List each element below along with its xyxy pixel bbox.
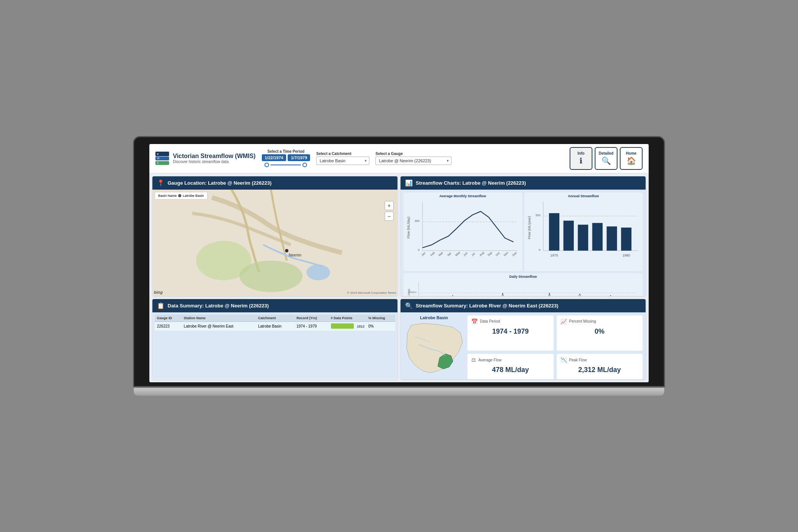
svg-point-10: [285, 249, 288, 252]
nav-info-button[interactable]: Info ℹ: [570, 147, 592, 170]
nav-detailed-button[interactable]: Detailed 🔍: [595, 147, 618, 170]
svg-text:400: 400: [415, 219, 420, 222]
start-date[interactable]: 1/22/1974: [262, 154, 287, 161]
slider-right-handle[interactable]: [302, 163, 307, 167]
percent-missing-value: 0%: [560, 328, 639, 336]
peak-flow-value: 2,312 ML/day: [560, 366, 639, 374]
summary-panel-title: Data Summary: Latrobe @ Neerim (226223): [168, 303, 269, 309]
stream-summary-panel-header: 🔍 Streamflow Summary: Latrobe River @ Ne…: [401, 299, 646, 312]
svg-text:Aug: Aug: [479, 251, 485, 257]
stream-summary-icon: 🔍: [405, 302, 413, 309]
bing-logo: bing: [154, 290, 163, 294]
data-period-value: 1974 - 1979: [471, 328, 550, 336]
svg-text:Flow (ML/year): Flow (ML/year): [527, 216, 531, 239]
daily-chart-svg: Flow (ML/day) 2000.0 0.0 1975 1976: [405, 279, 641, 296]
basin-name-label: Basin Name: [158, 194, 177, 198]
col-pct-missing: % Missing: [366, 315, 395, 322]
stats-grid: 📅 Data Period 1974 - 1979 📈 Percent Miss…: [467, 315, 643, 379]
map-legend: Basin Name Latrobe Basin: [155, 192, 207, 200]
charts-top-row: Average Monthly Streamflow Flow (ML/day): [404, 193, 643, 271]
svg-text:Apr: Apr: [446, 251, 452, 257]
search-icon: 🔍: [602, 156, 611, 165]
col-gauge-id: Gauge ID: [155, 315, 182, 322]
svg-text:May: May: [454, 250, 461, 257]
summary-header-icon: 📋: [157, 302, 165, 309]
map-container[interactable]: Basin Name Latrobe Basin: [152, 190, 397, 296]
slider-track: [271, 165, 301, 165]
svg-text:Mar: Mar: [438, 251, 444, 257]
svg-text:Jul: Jul: [471, 252, 476, 256]
data-period-label: Data Period: [480, 319, 500, 323]
terms-link[interactable]: Terms: [388, 291, 396, 294]
map-controls: + −: [385, 201, 394, 221]
end-date[interactable]: 1/7/1979: [288, 154, 310, 161]
svg-text:0: 0: [538, 248, 540, 251]
zoom-in-button[interactable]: +: [385, 201, 394, 210]
col-record: Record (Yrs): [294, 315, 328, 322]
svg-rect-35: [563, 220, 573, 250]
data-summary-panel: 📋 Data Summary: Latrobe @ Neerim (226223…: [152, 299, 397, 379]
map-panel: 📍 Gauge Location: Latrobe @ Neerim (2262…: [152, 176, 397, 296]
percent-missing-card: 📈 Percent Missing 0%: [557, 315, 643, 351]
catchment-label: Select a Catchment: [316, 152, 369, 156]
svg-rect-37: [592, 223, 602, 250]
catchment-select[interactable]: Latrobe Basin: [316, 157, 369, 165]
svg-text:W: W: [157, 157, 160, 160]
svg-text:500: 500: [535, 213, 540, 217]
svg-text:Dec: Dec: [511, 251, 518, 257]
col-catchment: Catchment: [256, 315, 294, 322]
logo-text: Victorian Streamflow (WMIS) Discover his…: [173, 153, 256, 164]
stream-summary-title: Streamflow Summary: Latrobe River @ Neer…: [416, 303, 558, 309]
app-subtitle: Discover historic streamflow data: [173, 160, 256, 164]
svg-text:Jun: Jun: [462, 251, 468, 257]
date-inputs: 1/22/1974 1/7/1979: [262, 154, 310, 161]
col-data-points: # Data Points: [329, 315, 366, 322]
nav-home-button[interactable]: Home 🏠: [620, 147, 643, 170]
svg-point-9: [306, 264, 330, 280]
data-period-header: 📅 Data Period: [471, 318, 550, 325]
avg-flow-label: Average Flow: [478, 358, 502, 362]
annual-chart-svg: Flow (ML/year): [526, 199, 641, 268]
zoom-out-button[interactable]: −: [385, 212, 394, 221]
main-grid: 📍 Gauge Location: Latrobe @ Neerim (2262…: [149, 173, 649, 382]
catchment-section: Select a Catchment Latrobe Basin: [316, 152, 369, 165]
logo-area: V W S Victorian Streamflow (WMIS) Discov…: [155, 152, 256, 165]
pct-missing-cell: 0%: [366, 321, 395, 331]
slider-left-handle[interactable]: [264, 163, 269, 167]
percent-missing-label: Percent Missing: [569, 319, 596, 323]
catchment-select-wrapper[interactable]: Latrobe Basin: [316, 157, 369, 165]
calendar-icon: 📅: [471, 318, 478, 325]
svg-text:Neerim: Neerim: [289, 253, 301, 257]
gauge-select-wrapper[interactable]: Latrobe @ Neerim (226223): [375, 157, 451, 165]
stream-summary-panel: 🔍 Streamflow Summary: Latrobe River @ Ne…: [401, 299, 646, 379]
victoria-map-area: Latrobe Basin: [404, 315, 464, 379]
charts-panel-title: Streamflow Charts: Latrobe @ Neerim (226…: [416, 180, 526, 186]
percent-missing-header: 📈 Percent Missing: [560, 318, 639, 325]
gauge-select[interactable]: Latrobe @ Neerim (226223): [375, 157, 451, 165]
nav-detailed-label: Detailed: [599, 151, 614, 155]
peak-flow-header: 📉 Peak Flow: [560, 357, 639, 363]
svg-text:1980: 1980: [622, 253, 630, 257]
map-panel-title: Gauge Location: Latrobe @ Neerim (226223…: [168, 180, 271, 186]
scale-icon: ⚖: [471, 357, 476, 363]
nav-buttons: Info ℹ Detailed 🔍 Home 🏠: [570, 147, 643, 170]
charts-panel-header: 📊 Streamflow Charts: Latrobe @ Neerim (2…: [401, 176, 646, 190]
monthly-chart-title: Average Monthly Streamflow: [405, 194, 521, 198]
svg-point-8: [239, 260, 302, 292]
charts-panel: 📊 Streamflow Charts: Latrobe @ Neerim (2…: [401, 176, 646, 296]
svg-rect-34: [549, 213, 559, 250]
time-slider[interactable]: [264, 163, 307, 167]
catchment-cell: Latrobe Basin: [256, 321, 294, 331]
home-icon: 🏠: [627, 156, 636, 165]
svg-text:Flow (ML/day): Flow (ML/day): [407, 217, 410, 239]
app-title: Victorian Streamflow (WMIS): [173, 153, 256, 160]
table-row: 226223 Latrobe River @ Neerim East Latro…: [155, 321, 395, 331]
map-panel-header: 📍 Gauge Location: Latrobe @ Neerim (2262…: [152, 176, 397, 190]
victoria-map-svg: [404, 321, 464, 375]
summary-table: Gauge ID Station Name Catchment Record (…: [155, 315, 395, 331]
percent-icon: 📈: [560, 318, 567, 325]
data-points-value: 1812: [357, 325, 364, 328]
svg-rect-36: [578, 225, 588, 250]
charts-header-icon: 📊: [405, 179, 413, 187]
daily-chart-title: Daily Streamflow: [405, 275, 641, 279]
